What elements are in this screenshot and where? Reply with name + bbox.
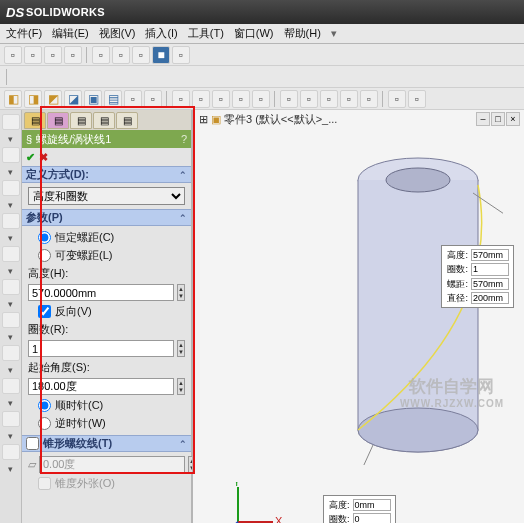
- menu-tools[interactable]: 工具(T): [188, 26, 224, 41]
- lt-9[interactable]: [2, 378, 20, 394]
- feat-btn-11[interactable]: ▫: [212, 90, 230, 108]
- feat-btn-17[interactable]: ▫: [340, 90, 358, 108]
- reverse-check[interactable]: [38, 305, 51, 318]
- app-logo: DS: [6, 5, 24, 20]
- menu-insert[interactable]: 插入(I): [145, 26, 177, 41]
- print-button[interactable]: ▫: [64, 46, 82, 64]
- menu-file[interactable]: 文件(F): [6, 26, 42, 41]
- win-min-icon[interactable]: –: [476, 112, 490, 126]
- win-max-icon[interactable]: □: [491, 112, 505, 126]
- menu-bar: 文件(F) 编辑(E) 视图(V) 插入(I) 工具(T) 窗口(W) 帮助(H…: [0, 24, 524, 44]
- watermark: 软件自学网 WWW.RJZXW.COM: [400, 375, 504, 409]
- tool-btn-5[interactable]: ▫: [92, 46, 110, 64]
- lt-6[interactable]: [2, 279, 20, 295]
- height-input[interactable]: [28, 284, 174, 301]
- menu-view[interactable]: 视图(V): [99, 26, 136, 41]
- callout-bottom: 高度:0mm圈数:0螺距:570mm直径:200mm: [323, 495, 396, 523]
- feat-btn-20[interactable]: ▫: [408, 90, 426, 108]
- cw-radio[interactable]: [38, 399, 51, 412]
- menu-dropdown-icon[interactable]: ▾: [331, 27, 337, 40]
- lt-3[interactable]: [2, 180, 20, 196]
- feat-btn-18[interactable]: ▫: [360, 90, 378, 108]
- feat-btn-4[interactable]: ◪: [64, 90, 82, 108]
- toolbar-1: ▫ ▫ ▫ ▫ ▫ ▫ ▫ ■ ▫: [0, 44, 524, 66]
- feat-btn-1[interactable]: ◧: [4, 90, 22, 108]
- menu-edit[interactable]: 编辑(E): [52, 26, 89, 41]
- fm-tab-3[interactable]: ▤: [70, 112, 92, 129]
- toolbar-2: [0, 66, 524, 88]
- fm-tab-4[interactable]: ▤: [93, 112, 115, 129]
- feat-btn-8[interactable]: ▫: [144, 90, 162, 108]
- app-name: SOLIDWORKS: [26, 6, 105, 18]
- fm-tab-2[interactable]: ▤: [47, 112, 69, 129]
- feat-btn-10[interactable]: ▫: [192, 90, 210, 108]
- startang-input[interactable]: [28, 378, 174, 395]
- taper-out-check: [38, 477, 51, 490]
- taper-icon: ▱: [28, 458, 36, 471]
- cancel-button[interactable]: ✖: [39, 151, 48, 164]
- tree-expand-icon[interactable]: ⊞: [199, 113, 208, 126]
- taper-group-header[interactable]: 锥形螺纹线(T)⌃: [22, 435, 191, 452]
- lt-1[interactable]: [2, 114, 20, 130]
- feat-btn-9[interactable]: ▫: [172, 90, 190, 108]
- taper-input[interactable]: [39, 456, 185, 473]
- fm-tab-1[interactable]: ▤: [24, 112, 46, 129]
- startang-spinner[interactable]: ▲▼: [177, 378, 185, 395]
- var-pitch-radio[interactable]: [38, 249, 51, 262]
- menu-help[interactable]: 帮助(H): [284, 26, 321, 41]
- feat-btn-3[interactable]: ◩: [44, 90, 62, 108]
- svg-text:X: X: [275, 515, 283, 523]
- lt-5[interactable]: [2, 246, 20, 262]
- def-group-header[interactable]: 定义方式(D):⌃: [22, 166, 191, 183]
- triad-axes: Y X Z: [223, 482, 283, 523]
- feat-btn-7[interactable]: ▫: [124, 90, 142, 108]
- height-spinner[interactable]: ▲▼: [177, 284, 185, 301]
- lt-2[interactable]: [2, 147, 20, 163]
- helix-icon: §: [26, 133, 32, 145]
- def-select[interactable]: 高度和圈数: [28, 187, 185, 205]
- taper-enable-check[interactable]: [26, 437, 39, 450]
- feat-btn-13[interactable]: ▫: [252, 90, 270, 108]
- help-icon[interactable]: ?: [181, 133, 187, 145]
- feat-btn-16[interactable]: ▫: [320, 90, 338, 108]
- ok-button[interactable]: ✔: [26, 151, 35, 164]
- tool-btn-6[interactable]: ▫: [112, 46, 130, 64]
- part-icon: ▣: [211, 113, 221, 126]
- turns-spinner[interactable]: ▲▼: [177, 340, 185, 357]
- tool-btn-8[interactable]: ■: [152, 46, 170, 64]
- tool-btn-7[interactable]: ▫: [132, 46, 150, 64]
- toolbar-3: ◧ ◨ ◩ ◪ ▣ ▤ ▫ ▫ ▫ ▫ ▫ ▫ ▫ ▫ ▫ ▫ ▫ ▫ ▫ ▫: [0, 88, 524, 110]
- feat-btn-12[interactable]: ▫: [232, 90, 250, 108]
- svg-text:Y: Y: [233, 482, 241, 488]
- graphics-viewport[interactable]: ⊞ ▣ 零件3 (默认<<默认>_... – □ × 高度:570mm圈数:1螺…: [192, 110, 524, 523]
- ccw-radio[interactable]: [38, 417, 51, 430]
- feat-btn-6[interactable]: ▤: [104, 90, 122, 108]
- svg-point-3: [386, 168, 450, 192]
- menu-window[interactable]: 窗口(W): [234, 26, 274, 41]
- param-group-header[interactable]: 参数(P)⌃: [22, 209, 191, 226]
- win-close-icon[interactable]: ×: [506, 112, 520, 126]
- open-button[interactable]: ▫: [24, 46, 42, 64]
- feature-header: § 螺旋线/涡状线1 ?: [22, 130, 191, 148]
- save-button[interactable]: ▫: [44, 46, 62, 64]
- feat-btn-2[interactable]: ◨: [24, 90, 42, 108]
- lt-4[interactable]: [2, 213, 20, 229]
- feat-btn-5[interactable]: ▣: [84, 90, 102, 108]
- feature-title: 螺旋线/涡状线1: [36, 132, 111, 147]
- lt-11[interactable]: [2, 444, 20, 460]
- property-manager: ▤ ▤ ▤ ▤ ▤ § 螺旋线/涡状线1 ? ✔ ✖ 定义方式(D):⌃ 高度和…: [22, 110, 192, 523]
- callout-top: 高度:570mm圈数:1螺距:570mm直径:200mm: [441, 245, 514, 308]
- doc-title[interactable]: 零件3 (默认<<默认>_...: [224, 112, 337, 127]
- lt-10[interactable]: [2, 411, 20, 427]
- feat-btn-15[interactable]: ▫: [300, 90, 318, 108]
- new-button[interactable]: ▫: [4, 46, 22, 64]
- feat-btn-14[interactable]: ▫: [280, 90, 298, 108]
- left-toolbar: ▾ ▾ ▾ ▾ ▾ ▾ ▾ ▾ ▾ ▾ ▾: [0, 110, 22, 523]
- tool-btn-9[interactable]: ▫: [172, 46, 190, 64]
- const-pitch-radio[interactable]: [38, 231, 51, 244]
- turns-input[interactable]: [28, 340, 174, 357]
- lt-8[interactable]: [2, 345, 20, 361]
- fm-tab-5[interactable]: ▤: [116, 112, 138, 129]
- feat-btn-19[interactable]: ▫: [388, 90, 406, 108]
- lt-7[interactable]: [2, 312, 20, 328]
